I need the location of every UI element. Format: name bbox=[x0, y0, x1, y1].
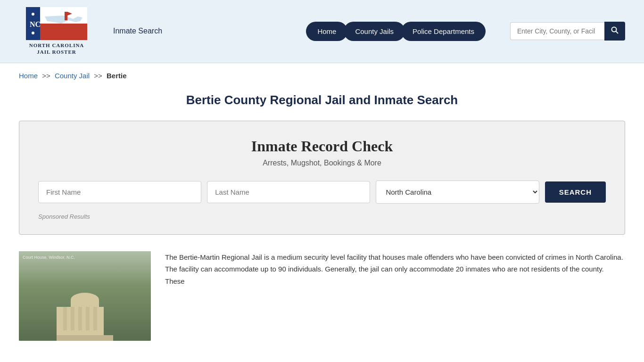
logo-area: NC NORTH CAROLINA JAIL ROSTER bbox=[19, 7, 94, 56]
description-text: The Bertie-Martin Regional Jail is a med… bbox=[165, 251, 625, 288]
sponsored-label: Sponsored Results bbox=[38, 213, 606, 220]
nav-home-button[interactable]: Home bbox=[306, 22, 347, 41]
courthouse-illustration bbox=[57, 293, 113, 341]
inmate-search-form: AlabamaAlaskaArizonaArkansasCaliforniaCo… bbox=[38, 181, 606, 204]
nav-police-departments-button[interactable]: Police Departments bbox=[401, 22, 486, 41]
main-content: Bertie County Regional Jail and Inmate S… bbox=[0, 88, 644, 360]
svg-rect-6 bbox=[65, 12, 67, 20]
logo-text: NORTH CAROLINA JAIL ROSTER bbox=[29, 42, 84, 56]
page-title: Bertie County Regional Jail and Inmate S… bbox=[19, 93, 625, 107]
breadcrumb-sep2: >> bbox=[94, 72, 102, 80]
record-search-button[interactable]: SEARCH bbox=[545, 181, 606, 203]
breadcrumb: Home >> County Jail >> Bertie bbox=[0, 63, 644, 88]
svg-rect-2 bbox=[40, 24, 87, 40]
nc-flag-icon: NC bbox=[26, 7, 87, 40]
breadcrumb-county-jail-link[interactable]: County Jail bbox=[55, 72, 90, 80]
jail-image: Court House, Windsor, N.C. bbox=[19, 251, 151, 341]
search-icon bbox=[611, 26, 619, 34]
record-check-subtitle: Arrests, Mugshot, Bookings & More bbox=[38, 159, 606, 167]
image-caption: Court House, Windsor, N.C. bbox=[23, 255, 75, 260]
inmate-search-link[interactable]: Inmate Search bbox=[113, 27, 162, 35]
svg-point-5 bbox=[32, 32, 34, 34]
svg-point-4 bbox=[32, 13, 34, 16]
svg-text:NC: NC bbox=[30, 20, 41, 28]
header-search-input[interactable] bbox=[510, 22, 604, 40]
record-check-box: Inmate Record Check Arrests, Mugshot, Bo… bbox=[19, 121, 625, 235]
nav-county-jails-button[interactable]: County Jails bbox=[344, 22, 405, 41]
header-search-area bbox=[510, 22, 625, 41]
main-nav: Home County Jails Police Departments bbox=[306, 22, 482, 41]
record-check-heading: Inmate Record Check bbox=[38, 138, 606, 155]
last-name-input[interactable] bbox=[207, 181, 370, 203]
site-header: NC NORTH CAROLINA JAIL ROSTER Inmate Sea… bbox=[0, 0, 644, 63]
first-name-input[interactable] bbox=[38, 181, 201, 203]
svg-line-9 bbox=[616, 32, 619, 34]
breadcrumb-current: Bertie bbox=[107, 72, 127, 80]
svg-point-8 bbox=[612, 27, 617, 32]
header-search-button[interactable] bbox=[604, 22, 625, 41]
bottom-content: Court House, Windsor, N.C. bbox=[19, 251, 625, 341]
breadcrumb-sep1: >> bbox=[42, 72, 50, 80]
breadcrumb-home-link[interactable]: Home bbox=[19, 72, 38, 80]
state-select[interactable]: AlabamaAlaskaArizonaArkansasCaliforniaCo… bbox=[376, 181, 539, 204]
